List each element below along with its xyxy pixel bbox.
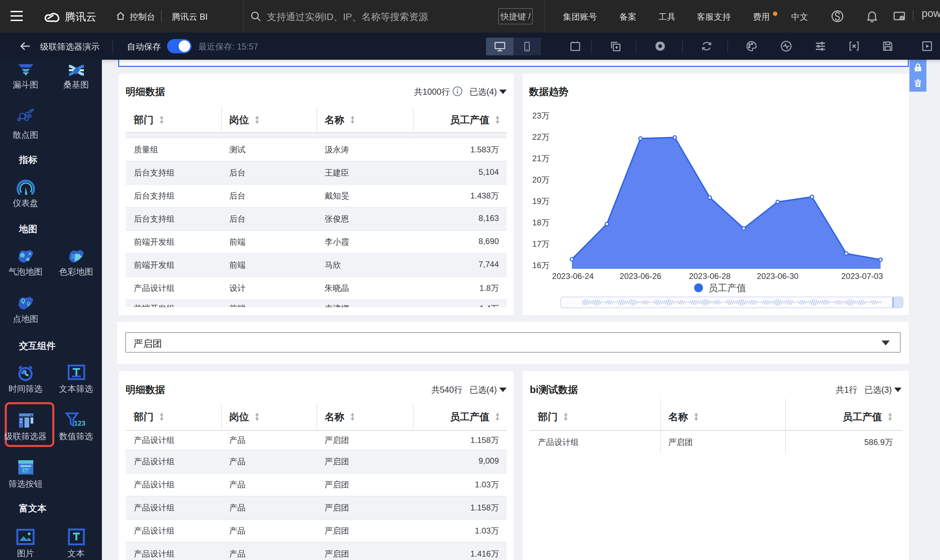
svg-text:123: 123 [74,420,85,427]
svg-text:筛选: 筛选 [23,469,29,472]
